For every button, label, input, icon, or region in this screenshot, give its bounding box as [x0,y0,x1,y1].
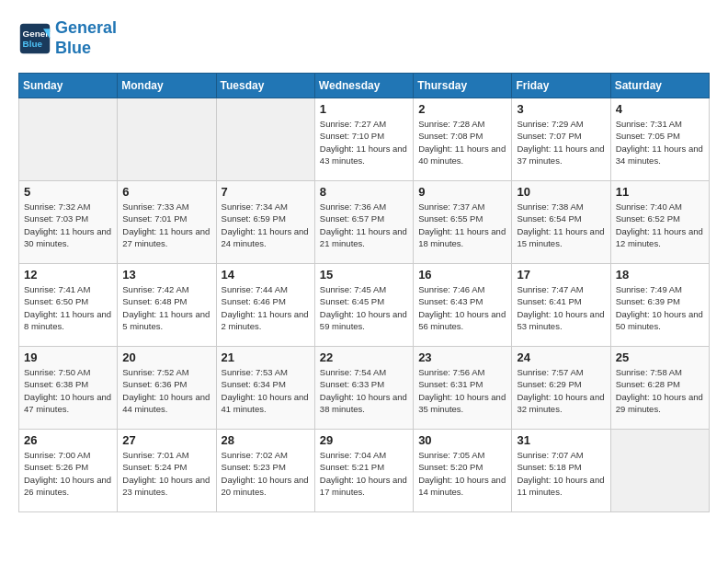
logo: General Blue General Blue [18,18,117,58]
calendar-cell: 16Sunrise: 7:46 AM Sunset: 6:43 PM Dayli… [414,264,512,347]
day-info: Sunrise: 7:41 AM Sunset: 6:50 PM Dayligh… [24,283,112,332]
day-number: 21 [222,350,310,364]
calendar-cell [610,430,709,512]
day-number: 31 [517,433,605,447]
day-number: 13 [122,268,210,282]
calendar-cell [19,98,118,181]
day-number: 28 [222,433,310,447]
calendar-cell: 30Sunrise: 7:05 AM Sunset: 5:20 PM Dayli… [414,430,512,512]
calendar-cell: 10Sunrise: 7:38 AM Sunset: 6:54 PM Dayli… [512,181,610,264]
day-number: 6 [122,185,210,199]
header-wednesday: Wednesday [314,74,413,98]
week-row-4: 19Sunrise: 7:50 AM Sunset: 6:38 PM Dayli… [19,347,710,430]
day-info: Sunrise: 7:40 AM Sunset: 6:52 PM Dayligh… [616,201,704,249]
day-number: 23 [418,350,506,364]
day-number: 19 [24,350,112,364]
day-number: 27 [122,433,210,447]
day-number: 18 [616,268,704,282]
day-info: Sunrise: 7:34 AM Sunset: 6:59 PM Dayligh… [222,201,310,249]
day-info: Sunrise: 7:01 AM Sunset: 5:24 PM Dayligh… [122,449,210,498]
week-row-1: 1Sunrise: 7:27 AM Sunset: 7:10 PM Daylig… [19,98,710,181]
calendar-cell: 1Sunrise: 7:27 AM Sunset: 7:10 PM Daylig… [314,98,413,181]
calendar-cell: 31Sunrise: 7:07 AM Sunset: 5:18 PM Dayli… [512,430,610,512]
day-number: 24 [517,350,605,364]
day-number: 4 [616,102,704,116]
day-info: Sunrise: 7:47 AM Sunset: 6:41 PM Dayligh… [517,283,605,332]
day-info: Sunrise: 7:02 AM Sunset: 5:23 PM Dayligh… [222,449,310,498]
calendar-cell: 6Sunrise: 7:33 AM Sunset: 7:01 PM Daylig… [118,181,216,264]
calendar-cell: 27Sunrise: 7:01 AM Sunset: 5:24 PM Dayli… [118,430,216,512]
day-number: 5 [24,185,112,199]
day-info: Sunrise: 7:33 AM Sunset: 7:01 PM Dayligh… [122,201,210,249]
day-info: Sunrise: 7:56 AM Sunset: 6:31 PM Dayligh… [418,366,506,415]
day-number: 2 [418,102,506,116]
day-info: Sunrise: 7:29 AM Sunset: 7:07 PM Dayligh… [517,118,605,167]
day-info: Sunrise: 7:45 AM Sunset: 6:45 PM Dayligh… [320,283,408,332]
calendar-cell: 11Sunrise: 7:40 AM Sunset: 6:52 PM Dayli… [610,181,709,264]
day-info: Sunrise: 7:05 AM Sunset: 5:20 PM Dayligh… [418,449,506,498]
day-number: 1 [320,102,408,116]
day-number: 7 [222,185,310,199]
calendar-cell: 18Sunrise: 7:49 AM Sunset: 6:39 PM Dayli… [610,264,709,347]
calendar-cell: 22Sunrise: 7:54 AM Sunset: 6:33 PM Dayli… [314,347,413,430]
calendar-cell: 25Sunrise: 7:58 AM Sunset: 6:28 PM Dayli… [610,347,709,430]
calendar-cell [216,98,314,181]
calendar-cell: 4Sunrise: 7:31 AM Sunset: 7:05 PM Daylig… [610,98,709,181]
day-info: Sunrise: 7:54 AM Sunset: 6:33 PM Dayligh… [320,366,408,415]
calendar-cell: 5Sunrise: 7:32 AM Sunset: 7:03 PM Daylig… [19,181,118,264]
day-info: Sunrise: 7:53 AM Sunset: 6:34 PM Dayligh… [222,366,310,415]
calendar-cell: 2Sunrise: 7:28 AM Sunset: 7:08 PM Daylig… [414,98,512,181]
calendar-header: SundayMondayTuesdayWednesdayThursdayFrid… [19,74,710,98]
calendar-cell: 26Sunrise: 7:00 AM Sunset: 5:26 PM Dayli… [19,430,118,512]
week-row-3: 12Sunrise: 7:41 AM Sunset: 6:50 PM Dayli… [19,264,710,347]
day-number: 14 [222,268,310,282]
day-info: Sunrise: 7:36 AM Sunset: 6:57 PM Dayligh… [320,201,408,249]
calendar-cell: 8Sunrise: 7:36 AM Sunset: 6:57 PM Daylig… [314,181,413,264]
header-sunday: Sunday [19,74,118,98]
calendar-cell: 14Sunrise: 7:44 AM Sunset: 6:46 PM Dayli… [216,264,314,347]
calendar-cell: 12Sunrise: 7:41 AM Sunset: 6:50 PM Dayli… [19,264,118,347]
calendar-cell: 20Sunrise: 7:52 AM Sunset: 6:36 PM Dayli… [118,347,216,430]
week-row-5: 26Sunrise: 7:00 AM Sunset: 5:26 PM Dayli… [19,430,710,512]
calendar-cell: 7Sunrise: 7:34 AM Sunset: 6:59 PM Daylig… [216,181,314,264]
day-info: Sunrise: 7:31 AM Sunset: 7:05 PM Dayligh… [616,118,704,167]
day-number: 26 [24,433,112,447]
day-number: 17 [517,268,605,282]
day-info: Sunrise: 7:32 AM Sunset: 7:03 PM Dayligh… [24,201,112,249]
day-info: Sunrise: 7:57 AM Sunset: 6:29 PM Dayligh… [517,366,605,415]
day-info: Sunrise: 7:38 AM Sunset: 6:54 PM Dayligh… [517,201,605,249]
header-friday: Friday [512,74,610,98]
calendar-cell: 19Sunrise: 7:50 AM Sunset: 6:38 PM Dayli… [19,347,118,430]
day-info: Sunrise: 7:49 AM Sunset: 6:39 PM Dayligh… [616,283,704,332]
day-info: Sunrise: 7:37 AM Sunset: 6:55 PM Dayligh… [418,201,506,249]
header-tuesday: Tuesday [216,74,314,98]
day-number: 3 [517,102,605,116]
day-info: Sunrise: 7:04 AM Sunset: 5:21 PM Dayligh… [320,449,408,498]
day-info: Sunrise: 7:07 AM Sunset: 5:18 PM Dayligh… [517,449,605,498]
day-info: Sunrise: 7:28 AM Sunset: 7:08 PM Dayligh… [418,118,506,167]
header-monday: Monday [118,74,216,98]
calendar-cell: 17Sunrise: 7:47 AM Sunset: 6:41 PM Dayli… [512,264,610,347]
day-info: Sunrise: 7:46 AM Sunset: 6:43 PM Dayligh… [418,283,506,332]
calendar-body: 1Sunrise: 7:27 AM Sunset: 7:10 PM Daylig… [19,98,710,512]
day-number: 11 [616,185,704,199]
svg-text:Blue: Blue [23,39,43,49]
day-number: 22 [320,350,408,364]
day-number: 8 [320,185,408,199]
day-info: Sunrise: 7:58 AM Sunset: 6:28 PM Dayligh… [616,366,704,415]
day-number: 20 [122,350,210,364]
calendar-cell: 13Sunrise: 7:42 AM Sunset: 6:48 PM Dayli… [118,264,216,347]
calendar-table: SundayMondayTuesdayWednesdayThursdayFrid… [18,73,710,512]
day-info: Sunrise: 7:44 AM Sunset: 6:46 PM Dayligh… [222,283,310,332]
calendar-cell: 3Sunrise: 7:29 AM Sunset: 7:07 PM Daylig… [512,98,610,181]
day-number: 16 [418,268,506,282]
day-number: 12 [24,268,112,282]
day-info: Sunrise: 7:42 AM Sunset: 6:48 PM Dayligh… [122,283,210,332]
calendar-cell: 28Sunrise: 7:02 AM Sunset: 5:23 PM Dayli… [216,430,314,512]
day-number: 25 [616,350,704,364]
day-number: 15 [320,268,408,282]
day-info: Sunrise: 7:50 AM Sunset: 6:38 PM Dayligh… [24,366,112,415]
day-number: 9 [418,185,506,199]
calendar-cell: 29Sunrise: 7:04 AM Sunset: 5:21 PM Dayli… [314,430,413,512]
header-thursday: Thursday [414,74,512,98]
